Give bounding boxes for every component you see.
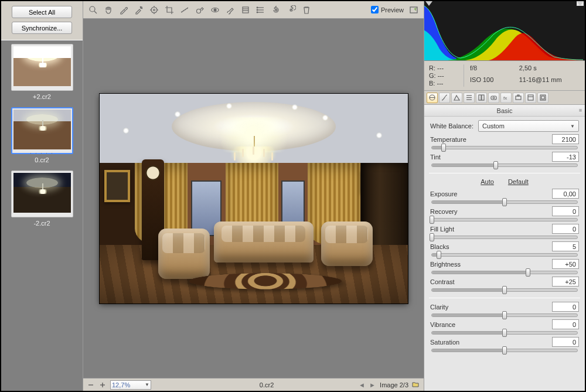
slider-thumb[interactable] xyxy=(430,216,434,224)
histogram[interactable] xyxy=(424,1,585,61)
tab-snapshots[interactable] xyxy=(537,93,548,103)
thumbnail-filename: 0.cr2 xyxy=(5,156,79,163)
panel-menu-icon[interactable]: ≡ xyxy=(579,107,581,113)
panel-body[interactable]: Basic ≡ White Balance: Custom ▼ Temperat… xyxy=(424,105,585,391)
toggle-fullscreen-icon[interactable] xyxy=(408,5,419,15)
target-adjust-icon[interactable] xyxy=(149,5,159,15)
default-link[interactable]: Default xyxy=(508,178,529,185)
svg-rect-34 xyxy=(491,96,496,100)
slider-track[interactable] xyxy=(431,331,578,335)
zoom-icon[interactable] xyxy=(88,5,98,15)
panel-header: Basic ≡ xyxy=(424,105,585,117)
shadow-clip-marker-icon[interactable] xyxy=(425,1,432,6)
slider-thumb[interactable] xyxy=(502,198,507,206)
thumbnail-image xyxy=(13,46,71,86)
slider-thumb[interactable] xyxy=(437,251,441,259)
next-image-icon[interactable]: ► xyxy=(369,381,376,388)
svg-rect-33 xyxy=(482,95,484,100)
straighten-icon[interactable] xyxy=(179,5,190,15)
zoom-out-icon[interactable] xyxy=(87,381,95,389)
white-balance-eyedropper-icon[interactable] xyxy=(118,5,129,15)
slider-contrast: Contrast+25 xyxy=(424,274,585,292)
slider-thumb[interactable] xyxy=(502,311,507,319)
zoom-level-dropdown[interactable]: 12,7% ▼ xyxy=(110,380,151,390)
thumbnail-item[interactable]: +2.cr2 xyxy=(5,44,79,100)
slider-thumb[interactable] xyxy=(441,144,446,152)
tab-hsl[interactable] xyxy=(464,93,475,103)
crop-icon[interactable] xyxy=(164,5,175,15)
slider-track[interactable] xyxy=(431,271,578,274)
tab-tone-curve[interactable] xyxy=(439,93,450,103)
adjustment-brush-icon[interactable] xyxy=(225,5,236,15)
slider-thumb[interactable] xyxy=(526,268,530,277)
tab-camera-calibration[interactable] xyxy=(513,93,524,103)
filmstrip-list[interactable]: +2.cr2. . . . .0.cr2-2.cr2 xyxy=(1,40,83,391)
tab-basic[interactable] xyxy=(427,93,438,103)
slider-track[interactable] xyxy=(431,146,578,149)
thumbnail-box[interactable] xyxy=(11,44,73,91)
main-image xyxy=(100,94,408,304)
slider-label: Fill Light xyxy=(430,226,454,233)
slider-saturation: Saturation0 xyxy=(424,335,585,352)
slider-value-input[interactable]: 0 xyxy=(552,337,579,347)
thumbnail-box[interactable] xyxy=(11,171,73,217)
slider-thumb[interactable] xyxy=(502,286,507,294)
rotate-ccw-icon[interactable] xyxy=(271,5,281,15)
preview-checkbox-input[interactable] xyxy=(371,6,379,13)
select-all-button[interactable]: Select All xyxy=(12,6,72,18)
slider-track[interactable] xyxy=(431,313,578,317)
slider-value-input[interactable]: +50 xyxy=(552,259,579,269)
slider-track[interactable] xyxy=(431,349,578,352)
slider-thumb[interactable] xyxy=(502,346,507,354)
color-sampler-icon[interactable] xyxy=(134,5,144,15)
preview-checkbox[interactable]: Preview xyxy=(371,6,404,13)
slider-track[interactable] xyxy=(431,236,578,239)
prev-image-icon[interactable]: ◄ xyxy=(359,381,366,388)
tab-presets[interactable] xyxy=(525,93,536,103)
readout-g-value: --- xyxy=(438,72,444,79)
svg-point-35 xyxy=(493,97,495,99)
slider-track[interactable] xyxy=(431,218,578,221)
thumbnail-item[interactable]: -2.cr2 xyxy=(5,171,79,227)
slider-value-input[interactable]: 5 xyxy=(552,241,579,251)
slider-thumb[interactable] xyxy=(493,161,498,169)
slider-value-input[interactable]: 0 xyxy=(552,319,579,329)
graduated-filter-icon[interactable] xyxy=(240,5,251,15)
slider-value-input[interactable]: 0,00 xyxy=(552,189,579,199)
svg-point-0 xyxy=(90,6,95,12)
slider-thumb[interactable] xyxy=(430,233,434,241)
tab-split-toning[interactable] xyxy=(476,93,487,103)
slider-track[interactable] xyxy=(431,200,578,204)
tab-lens-corrections[interactable] xyxy=(488,93,499,103)
slider-track[interactable] xyxy=(431,163,578,167)
hand-icon[interactable] xyxy=(103,5,114,15)
white-balance-dropdown[interactable]: Custom ▼ xyxy=(478,120,579,132)
tab-detail[interactable] xyxy=(451,93,462,103)
slider-value-input[interactable]: 0 xyxy=(552,206,579,216)
slider-track[interactable] xyxy=(431,288,578,292)
highlight-clip-marker-icon[interactable] xyxy=(577,1,584,6)
auto-link[interactable]: Auto xyxy=(481,178,494,185)
slider-brightness: Brightness+50 xyxy=(424,257,585,274)
image-viewer[interactable] xyxy=(83,19,424,378)
thumbnail-item[interactable]: . . . . .0.cr2 xyxy=(5,107,79,163)
slider-thumb[interactable] xyxy=(502,329,507,337)
zoom-in-icon[interactable] xyxy=(98,381,107,389)
trash-icon[interactable] xyxy=(301,5,312,15)
slider-value-input[interactable]: 0 xyxy=(552,302,579,312)
svg-rect-41 xyxy=(540,95,546,100)
thumbnail-box[interactable]: . . . . . xyxy=(11,107,73,154)
rotate-cw-icon[interactable] xyxy=(286,5,297,15)
slider-value-input[interactable]: +25 xyxy=(552,277,579,287)
slider-value-input[interactable]: -13 xyxy=(552,152,579,162)
divider xyxy=(429,298,580,298)
spot-removal-icon[interactable] xyxy=(195,5,205,15)
tab-effects[interactable]: fx xyxy=(500,93,512,103)
open-folder-icon[interactable] xyxy=(412,381,420,389)
slider-track[interactable] xyxy=(431,253,578,257)
preferences-list-icon[interactable] xyxy=(255,5,266,15)
slider-value-input[interactable]: 0 xyxy=(552,224,579,234)
slider-value-input[interactable]: 2100 xyxy=(552,134,579,144)
redeye-icon[interactable] xyxy=(210,5,220,15)
synchronize-button[interactable]: Synchronize... xyxy=(12,22,72,34)
